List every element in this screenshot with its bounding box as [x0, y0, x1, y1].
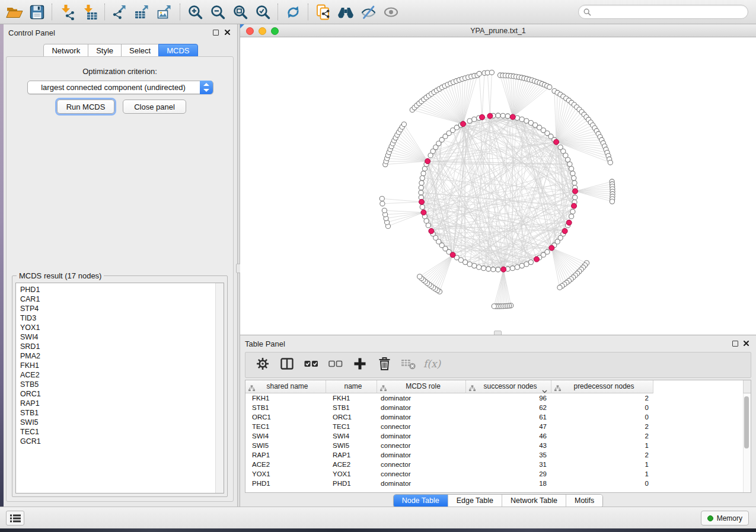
- mcds-result-item[interactable]: SWI5: [20, 418, 224, 427]
- export-table-button[interactable]: [132, 2, 153, 21]
- table-row[interactable]: SWI4SWI4dominator462: [245, 431, 743, 441]
- network-window-titlebar: YPA_prune.txt_1: [240, 24, 756, 37]
- mcds-result-item[interactable]: ORC1: [20, 389, 224, 399]
- network-canvas[interactable]: [240, 37, 756, 335]
- save-session-button[interactable]: [26, 2, 47, 21]
- panel-menu-button[interactable]: [6, 511, 24, 525]
- mcds-result-item[interactable]: FKH1: [20, 361, 224, 370]
- zoom-fit-button[interactable]: [229, 2, 251, 21]
- result-scrollbar[interactable]: [215, 283, 224, 493]
- column-header-shared-name[interactable]: shared name: [245, 380, 326, 393]
- scroll-thumb[interactable]: [744, 396, 749, 448]
- new-network-from-selection-button[interactable]: [312, 2, 334, 21]
- first-neighbors-button[interactable]: [335, 2, 356, 21]
- tab-motifs[interactable]: Motifs: [566, 495, 602, 507]
- zoom-in-icon: [187, 4, 203, 20]
- float-panel-icon[interactable]: [213, 30, 219, 36]
- delete-table-button: [401, 357, 416, 373]
- toolbar-separator: [52, 4, 52, 20]
- toolbar-group: [184, 2, 273, 21]
- mcds-result-group: MCDS result (17 nodes) PHD1CAR1STP4TID3Y…: [12, 275, 228, 497]
- network-graph[interactable]: [240, 37, 756, 335]
- close-table-panel-icon[interactable]: [743, 340, 749, 347]
- table-scrollbar[interactable]: [743, 380, 751, 492]
- table-row[interactable]: SWI5SWI5connector431: [245, 441, 743, 450]
- column-header-name[interactable]: name: [326, 380, 377, 393]
- tab-node-table[interactable]: Node Table: [394, 495, 448, 507]
- import-network-button[interactable]: [56, 2, 78, 21]
- open-session-button[interactable]: [4, 2, 25, 21]
- table-row[interactable]: ORC1ORC1dominator610: [245, 412, 743, 422]
- table-toolbar: f(x): [245, 352, 751, 378]
- criterion-dropdown[interactable]: largest connected component (undirected): [27, 81, 213, 94]
- mcds-result-item[interactable]: STB1: [20, 408, 224, 418]
- network-view-window: YPA_prune.txt_1: [240, 24, 756, 335]
- mcds-result-item[interactable]: PHD1: [20, 285, 224, 294]
- mcds-result-item[interactable]: TID3: [20, 313, 224, 323]
- select-all-button[interactable]: [304, 357, 319, 373]
- close-panel-button[interactable]: Close panel: [123, 100, 186, 114]
- import-table-button[interactable]: [79, 2, 100, 21]
- hide-selected-button[interactable]: [358, 2, 379, 21]
- mcds-result-item[interactable]: STB5: [20, 380, 224, 389]
- apply-layout-button[interactable]: [282, 2, 304, 21]
- export-network-button[interactable]: [109, 2, 130, 21]
- run-mcds-button[interactable]: Run MCDS: [57, 100, 114, 114]
- export-table-icon: [135, 4, 151, 20]
- function-builder-button: f(x): [425, 357, 441, 373]
- close-panel-icon[interactable]: [224, 29, 231, 36]
- mcds-result-item[interactable]: ACE2: [20, 370, 224, 380]
- mcds-result-item[interactable]: RAP1: [20, 399, 224, 408]
- table-row[interactable]: FKH1FKH1dominator962: [245, 393, 743, 403]
- columns-icon: [280, 357, 294, 373]
- toolbar-group: [312, 2, 401, 21]
- toolbar-group: [282, 2, 304, 21]
- table-panel: Table Panel f(x) shared namenameMCDS rol…: [240, 335, 756, 507]
- deselect-all-button[interactable]: [328, 357, 343, 373]
- mcds-result-item[interactable]: CAR1: [20, 294, 224, 304]
- export-image-button[interactable]: [154, 2, 176, 21]
- toolbar-separator: [308, 4, 308, 20]
- tab-network-table[interactable]: Network Table: [502, 495, 566, 507]
- mcds-result-item[interactable]: SWI4: [20, 332, 224, 342]
- show-columns-button[interactable]: [279, 357, 295, 373]
- mcds-result-title: MCDS result (17 nodes): [17, 271, 104, 280]
- float-table-panel-icon[interactable]: [732, 341, 738, 347]
- import-table-icon: [82, 4, 98, 20]
- table-row[interactable]: RAP1RAP1dominator352: [245, 450, 743, 460]
- table-row[interactable]: ACE2ACE2connector311: [245, 460, 743, 469]
- mcds-result-item[interactable]: YOX1: [20, 323, 224, 332]
- mcds-panel: Optimization criterion: largest connecte…: [6, 56, 234, 502]
- table-body: FKH1FKH1dominator962STB1STB1dominator620…: [245, 393, 743, 492]
- create-column-button[interactable]: [352, 357, 368, 373]
- desktop-wallpaper-bottom: [0, 528, 756, 532]
- search-input[interactable]: [594, 5, 748, 18]
- zoom-out-icon: [210, 4, 226, 20]
- column-header-successor-nodes[interactable]: successor nodes: [466, 380, 551, 393]
- criterion-dropdown-value: largest connected component (undirected): [28, 81, 199, 94]
- mcds-result-item[interactable]: GCR1: [20, 437, 224, 446]
- search-box[interactable]: [578, 5, 748, 19]
- main-toolbar: [0, 0, 756, 24]
- toolbar-group: [4, 2, 47, 21]
- zoom-out-button[interactable]: [207, 2, 228, 21]
- column-header-predecessor-nodes[interactable]: predecessor nodes: [551, 380, 653, 393]
- delete-columns-button[interactable]: [377, 357, 392, 373]
- table-mode-button[interactable]: [255, 357, 270, 373]
- mcds-result-item[interactable]: STP4: [20, 304, 224, 313]
- binoculars-icon: [337, 4, 355, 20]
- zoom-selected-button[interactable]: [252, 2, 273, 21]
- table-row[interactable]: STB1STB1dominator620: [245, 403, 743, 412]
- mcds-result-list[interactable]: PHD1CAR1STP4TID3YOX1SWI4SRD1PMA2FKH1ACE2…: [15, 283, 224, 493]
- memory-button[interactable]: Memory: [701, 511, 749, 525]
- column-header-mcds-role[interactable]: MCDS role: [377, 380, 466, 393]
- table-row[interactable]: YOX1YOX1connector291: [245, 469, 743, 479]
- folder-icon: [6, 5, 23, 20]
- table-row[interactable]: PHD1PHD1dominator180: [245, 479, 743, 488]
- tab-edge-table[interactable]: Edge Table: [448, 495, 502, 507]
- mcds-result-item[interactable]: PMA2: [20, 351, 224, 361]
- mcds-result-item[interactable]: TEC1: [20, 427, 224, 437]
- mcds-result-item[interactable]: SRD1: [20, 342, 224, 351]
- table-row[interactable]: TEC1TEC1connector472: [245, 422, 743, 431]
- zoom-in-button[interactable]: [184, 2, 206, 21]
